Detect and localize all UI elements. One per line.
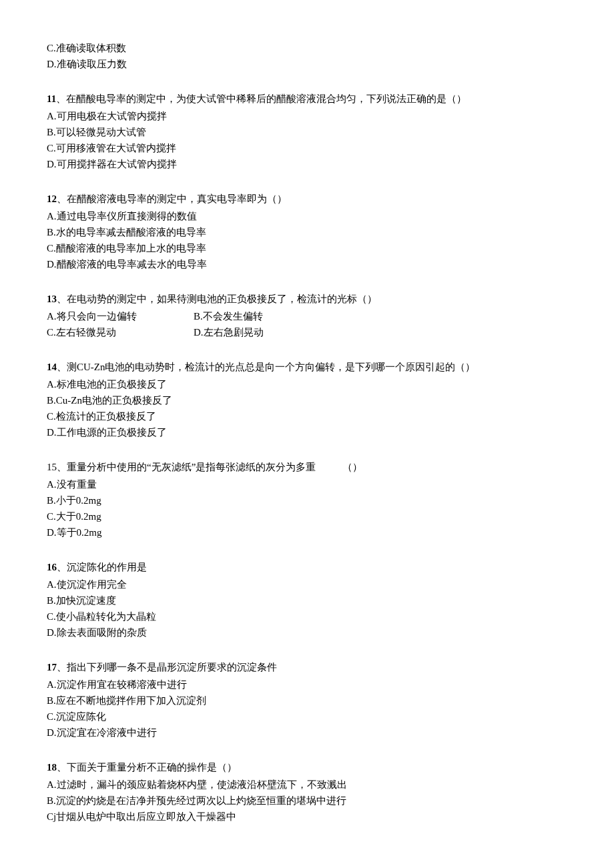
option-c: C.大于0.2mg xyxy=(47,508,567,524)
question-stem: 12、在醋酸溶液电导率的测定中，真实电导率即为（） xyxy=(47,191,567,207)
option-d: D.左右急剧晃动 xyxy=(194,324,340,340)
option-b: B.应在不断地搅拌作用下加入沉淀剂 xyxy=(47,693,567,709)
option-c: C.准确读取体积数 xyxy=(47,40,567,56)
question-12: 12、在醋酸溶液电导率的测定中，真实电导率即为（） A.通过电导率仪所直接测得的… xyxy=(47,191,567,272)
option-a: A.可用电极在大试管内搅拌 xyxy=(47,108,567,124)
question-stem: 15、重量分析中使用的“无灰滤纸”是指每张滤纸的灰分为多重（） xyxy=(47,459,567,475)
question-15: 15、重量分析中使用的“无灰滤纸”是指每张滤纸的灰分为多重（） A.没有重量 B… xyxy=(47,459,567,540)
option-b: B.不会发生偏转 xyxy=(194,308,340,324)
option-a: A.标准电池的正负极接反了 xyxy=(47,376,567,392)
option-a: A.将只会向一边偏转 xyxy=(47,308,194,324)
question-14: 14、测CU-Zn电池的电动势时，检流计的光点总是向一个方向偏转，是下列哪一个原… xyxy=(47,359,567,440)
question-number: 14 xyxy=(47,362,57,372)
separator: 、 xyxy=(56,93,66,104)
option-d: D.除去表面吸附的杂质 xyxy=(47,624,567,640)
option-c: C.沉淀应陈化 xyxy=(47,709,567,725)
question-number: 17 xyxy=(47,662,57,673)
option-d: D.沉淀宜在冷溶液中进行 xyxy=(47,725,567,741)
stem-text: 重量分析中使用的“无灰滤纸”是指每张滤纸的灰分为多重 xyxy=(67,462,316,472)
separator: 、 xyxy=(57,762,67,773)
option-b: B.Cu-Zn电池的正负极接反了 xyxy=(47,392,567,408)
stem-text: 在电动势的测定中，如果待测电池的正负极接反了，检流计的光标（） xyxy=(67,294,377,304)
question-stem: 17、指出下列哪一条不是晶形沉淀所要求的沉淀条件 xyxy=(47,659,567,675)
separator: 、 xyxy=(57,193,67,204)
option-a: A.过滤时，漏斗的颈应贴着烧杯内壁，使滤液沿杯壁流下，不致溅出 xyxy=(47,777,567,793)
stem-text: 在醋酸溶液电导率的测定中，真实电导率即为（） xyxy=(67,193,287,204)
option-d: D.可用搅拌器在大试管内搅拌 xyxy=(47,156,567,172)
option-row-2: C.左右轻微晃动 D.左右急剧晃动 xyxy=(47,324,567,340)
option-b: B.小于0.2mg xyxy=(47,492,567,508)
option-c: C.检流计的正负极接反了 xyxy=(47,408,567,424)
option-b: B.可以轻微晃动大试管 xyxy=(47,124,567,140)
question-number: 11 xyxy=(47,93,56,104)
separator: 、 xyxy=(57,662,67,673)
question-stem: 18、下面关于重量分析不正确的操作是（） xyxy=(47,759,567,775)
option-d: D.准确读取压力数 xyxy=(47,56,567,72)
answer-bracket: （） xyxy=(342,462,362,472)
stem-text: 测CU-Zn电池的电动势时，检流计的光点总是向一个方向偏转，是下列哪一个原因引起… xyxy=(67,362,476,372)
question-16: 16、沉淀陈化的作用是 A.使沉淀作用完全 B.加快沉淀速度 C.使小晶粒转化为… xyxy=(47,559,567,640)
question-stem: 13、在电动势的测定中，如果待测电池的正负极接反了，检流计的光标（） xyxy=(47,291,567,307)
option-a: A.没有重量 xyxy=(47,476,567,492)
stem-text: 指出下列哪一条不是晶形沉淀所要求的沉淀条件 xyxy=(67,662,277,673)
question-number: 12 xyxy=(47,193,57,204)
question-number: 16 xyxy=(47,562,57,572)
question-10-partial: C.准确读取体积数 D.准确读取压力数 xyxy=(47,40,567,72)
stem-text: 下面关于重量分析不正确的操作是（） xyxy=(67,762,237,773)
option-c: C.使小晶粒转化为大晶粒 xyxy=(47,608,567,624)
question-stem: 16、沉淀陈化的作用是 xyxy=(47,559,567,575)
option-b: B.水的电导率减去醋酸溶液的电导率 xyxy=(47,224,567,240)
option-c: C.醋酸溶液的电导率加上水的电导率 xyxy=(47,240,567,256)
option-row-1: A.将只会向一边偏转 B.不会发生偏转 xyxy=(47,308,567,324)
option-c: C.左右轻微晃动 xyxy=(47,324,194,340)
question-stem: 14、测CU-Zn电池的电动势时，检流计的光点总是向一个方向偏转，是下列哪一个原… xyxy=(47,359,567,375)
question-number: 15、 xyxy=(47,462,67,472)
question-13: 13、在电动势的测定中，如果待测电池的正负极接反了，检流计的光标（） A.将只会… xyxy=(47,291,567,340)
option-a: A.通过电导率仪所直接测得的数值 xyxy=(47,208,567,224)
option-c: Cj甘烟从电炉中取出后应立即放入干燥器中 xyxy=(47,809,567,825)
option-a: A.使沉淀作用完全 xyxy=(47,576,567,592)
separator: 、 xyxy=(57,562,67,572)
option-d: D.工作电源的正负极接反了 xyxy=(47,424,567,440)
separator: 、 xyxy=(57,362,67,372)
option-a: A.沉淀作用宜在较稀溶液中进行 xyxy=(47,677,567,693)
question-stem: 11、在醋酸电导率的测定中，为使大试管中稀释后的醋酸溶液混合均匀，下列说法正确的… xyxy=(47,91,567,107)
question-17: 17、指出下列哪一条不是晶形沉淀所要求的沉淀条件 A.沉淀作用宜在较稀溶液中进行… xyxy=(47,659,567,741)
stem-text: 在醋酸电导率的测定中，为使大试管中稀释后的醋酸溶液混合均匀，下列说法正确的是（） xyxy=(66,93,467,104)
option-b: B.沉淀的灼烧是在洁净并预先经过两次以上灼烧至恒重的堪埚中进行 xyxy=(47,793,567,809)
question-18: 18、下面关于重量分析不正确的操作是（） A.过滤时，漏斗的颈应贴着烧杯内壁，使… xyxy=(47,759,567,825)
stem-text: 沉淀陈化的作用是 xyxy=(67,562,147,572)
option-d: D.等于0.2mg xyxy=(47,524,567,540)
question-11: 11、在醋酸电导率的测定中，为使大试管中稀释后的醋酸溶液混合均匀，下列说法正确的… xyxy=(47,91,567,172)
option-d: D.醋酸溶液的电导率减去水的电导率 xyxy=(47,256,567,272)
option-c: C.可用移液管在大试管内搅拌 xyxy=(47,140,567,156)
question-number: 18 xyxy=(47,762,57,773)
separator: 、 xyxy=(57,294,67,304)
option-b: B.加快沉淀速度 xyxy=(47,592,567,608)
question-number: 13 xyxy=(47,294,57,304)
